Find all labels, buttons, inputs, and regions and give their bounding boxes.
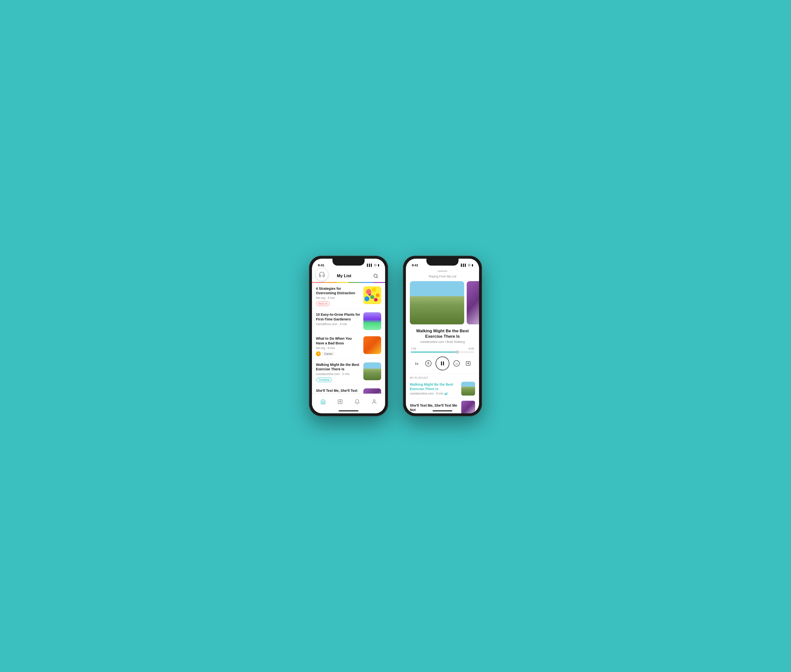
album-art-main[interactable] (410, 281, 464, 325)
drag-handle-area (406, 270, 479, 273)
headphone-button[interactable] (315, 268, 328, 281)
playlist-meta-text-1: outsideonline.com · 8 min (410, 392, 443, 395)
album-art-area (406, 281, 479, 325)
svg-rect-7 (443, 362, 444, 365)
tab-profile[interactable] (372, 399, 377, 405)
status-time-2: 9:41 (412, 263, 418, 267)
player-controls: 1x 15 15 (406, 355, 479, 373)
nav-bar-1: My List (312, 270, 385, 282)
article-thumb-3 (363, 336, 381, 354)
track-info: Walking Might Be the Best Exercise There… (406, 328, 479, 346)
article-title-1: 4 Strategies for Overcoming Distraction (316, 286, 360, 295)
equalizer-icon (444, 392, 447, 395)
track-bullet: • (445, 340, 447, 344)
progress-knob[interactable] (456, 350, 459, 354)
progress-times: 7:00 -8:00 (411, 347, 474, 350)
article-text-2: 10 Easy-to-Grow Plants for First-Time Ga… (316, 312, 360, 327)
home-indicator-1 (339, 410, 358, 411)
notch (332, 259, 364, 266)
playing-from-label: Playing From My List (406, 273, 479, 281)
playlist-item-text-1: Walking Might Be the Best Exercise There… (410, 382, 458, 395)
progress-area: 7:00 -8:00 (406, 346, 479, 355)
article-title-3: What to Do When You Have a Bad Boss (316, 336, 360, 345)
progress-remaining: -8:00 (468, 347, 474, 350)
playlist-item-1[interactable]: Walking Might Be the Best Exercise There… (410, 382, 475, 398)
playlist-heading: MY PLAYLIST (410, 376, 475, 379)
progress-bar[interactable] (411, 352, 474, 352)
svg-line-1 (377, 277, 378, 278)
home-indicator-2 (433, 410, 452, 411)
tag-trending: Trending (316, 377, 332, 382)
article-item-1[interactable]: 4 Strategies for Overcoming Distraction … (312, 283, 385, 309)
svg-rect-6 (441, 362, 442, 365)
wifi-icon: ⬡ (374, 264, 377, 267)
article-text-1: 4 Strategies for Overcoming Distraction … (316, 286, 360, 306)
tab-favorites[interactable] (337, 399, 343, 405)
article-item-4[interactable]: Walking Might Be the Best Exercise There… (312, 359, 385, 385)
status-icons-1: ▌▌▌ ⬡ ▮ (367, 264, 379, 267)
playlist-thumb-2 (461, 401, 475, 413)
career-row: ★ Career (316, 351, 360, 356)
playlist-item-meta-1: outsideonline.com · 8 min (410, 392, 458, 395)
album-art-next[interactable] (467, 281, 479, 325)
play-pause-button[interactable] (436, 357, 449, 370)
progress-fill (411, 352, 458, 352)
star-icon: ★ (316, 351, 321, 356)
track-author: Brad Stulberg (447, 340, 465, 344)
search-button[interactable] (371, 272, 380, 280)
article-list: 4 Strategies for Overcoming Distraction … (312, 283, 385, 397)
tab-notifications[interactable] (355, 399, 360, 405)
notch-2 (427, 259, 459, 266)
track-meta: outsideonline.com • Brad Stulberg (410, 340, 475, 344)
article-title-2: 10 Easy-to-Grow Plants for First-Time Ga… (316, 312, 360, 321)
playlist-item-2[interactable]: She'll Text Me, She'll Text Me Not (410, 401, 475, 413)
phone-2: 9:41 ▌▌▌ ⬡ ▮ Playing From My List (403, 256, 482, 416)
tab-bar-1 (312, 394, 385, 413)
playlist-section: MY PLAYLIST Walking Might Be the Best Ex… (406, 373, 479, 413)
save-button[interactable] (464, 359, 473, 368)
playlist-thumb-1 (461, 382, 475, 395)
forward-button[interactable]: 15 (452, 359, 461, 368)
signal-icon-2: ▌▌▌ (461, 264, 467, 267)
phones-container: 9:41 ▌▌▌ ⬡ ▮ My List (309, 256, 482, 416)
rewind-button[interactable]: 15 (424, 359, 433, 368)
phone-1-screen: 9:41 ▌▌▌ ⬡ ▮ My List (312, 259, 385, 413)
article-meta-1: hbr.org · 4 min (316, 296, 360, 300)
tag-career: Career (322, 352, 335, 356)
status-time-1: 9:41 (318, 263, 324, 267)
battery-icon-2: ▮ (472, 264, 473, 267)
article-meta-2: mentalfloss.com · 8 min (316, 322, 360, 326)
phone-1: 9:41 ▌▌▌ ⬡ ▮ My List (309, 256, 388, 416)
phone-2-screen: 9:41 ▌▌▌ ⬡ ▮ Playing From My List (406, 259, 479, 413)
playlist-item-title-1: Walking Might Be the Best Exercise There… (410, 382, 458, 391)
svg-point-3 (373, 400, 375, 401)
article-item-2[interactable]: 10 Easy-to-Grow Plants for First-Time Ga… (312, 309, 385, 333)
speed-button[interactable]: 1x (412, 359, 421, 368)
track-title: Walking Might Be the Best Exercise There… (410, 328, 475, 339)
article-title-4: Walking Might Be the Best Exercise There… (316, 362, 360, 371)
article-thumb-4 (363, 362, 381, 380)
article-text-4: Walking Might Be the Best Exercise There… (316, 362, 360, 382)
progress-current: 7:00 (411, 347, 416, 350)
status-icons-2: ▌▌▌ ⬡ ▮ (461, 264, 473, 267)
article-thumb-2 (363, 312, 381, 330)
article-item-3[interactable]: What to Do When You Have a Bad Boss hbr.… (312, 333, 385, 359)
article-meta-4: outsideonline.com · 5 min (316, 372, 360, 376)
article-thumb-1 (363, 286, 381, 304)
color-bar (312, 282, 385, 283)
wifi-icon-2: ⬡ (468, 264, 470, 267)
article-meta-3: hbr.org · 6 min (316, 346, 360, 350)
signal-icon: ▌▌▌ (367, 264, 373, 267)
article-text-3: What to Do When You Have a Bad Boss hbr.… (316, 336, 360, 356)
drag-handle[interactable] (438, 270, 448, 272)
battery-icon: ▮ (378, 264, 379, 267)
tag-bestof-1: Best of (316, 301, 330, 306)
track-source: outsideonline.com (420, 340, 444, 344)
svg-text:15: 15 (455, 363, 458, 365)
tab-home[interactable] (320, 399, 326, 405)
